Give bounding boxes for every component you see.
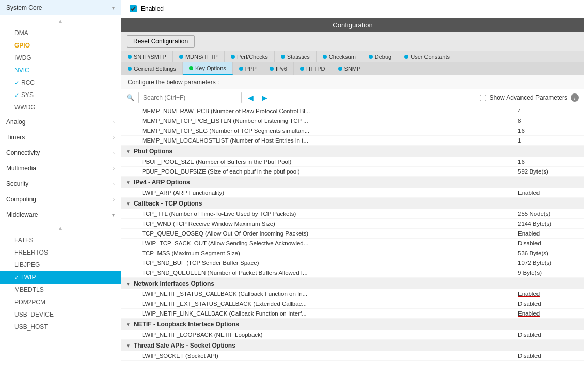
section-pbuf-options[interactable]: ▼ Pbuf Options xyxy=(121,146,584,157)
sidebar: System Core ▾ ▲ DMA GPIO IWDG NVIC ✓ RCC… xyxy=(0,0,121,392)
sidebar-sub-fatfs[interactable]: FATFS xyxy=(0,234,121,246)
dot-green-icon xyxy=(189,66,193,70)
dot-icon xyxy=(231,55,235,59)
tab-perf-checks[interactable]: Perf/Checks xyxy=(225,51,275,62)
sidebar-sub-sys[interactable]: ✓ SYS xyxy=(0,89,121,101)
sidebar-sub-usb-device[interactable]: USB_DEVICE xyxy=(0,308,121,321)
param-row: MEMP_NUM_TCP_SEG (Number of TCP Segments… xyxy=(121,126,584,136)
params-container: MEMP_NUM_RAW_PCB (Number of Raw Protocol… xyxy=(121,106,584,392)
param-row: LWIP_NETIF_STATUS_CALLBACK (Callback Fun… xyxy=(121,289,584,299)
chevron-right-icon: › xyxy=(113,181,115,187)
check-icon: ✓ xyxy=(14,92,19,99)
section-network-interfaces[interactable]: ▼ Network Interfaces Options xyxy=(121,278,584,289)
chevron-right-icon: › xyxy=(113,166,115,171)
param-row: MEMP_NUM_RAW_PCB (Number of Raw Protocol… xyxy=(121,106,584,116)
sidebar-sub-dma[interactable]: DMA xyxy=(0,27,121,39)
tab-sntp-smtp[interactable]: SNTP/SMTP xyxy=(121,51,173,62)
configure-label: Configure the below parameters : xyxy=(121,75,584,89)
sidebar-sub-wwdg[interactable]: WWDG xyxy=(0,101,121,114)
tab-httpd[interactable]: HTTPD xyxy=(294,62,332,75)
chevron-right-icon: › xyxy=(113,135,115,140)
sidebar-sub-pdm2pcm[interactable]: PDM2PCM xyxy=(0,296,121,308)
collapse-icon: ▼ xyxy=(125,343,131,349)
sidebar-item-multimedia[interactable]: Multimedia › xyxy=(0,161,121,176)
sidebar-separator: ▲ xyxy=(0,223,121,234)
info-icon[interactable]: i xyxy=(571,93,579,102)
dot-icon xyxy=(179,55,183,59)
tab-snmp[interactable]: SNMP xyxy=(332,62,368,75)
param-row: LWIP_NETIF_LOOPBACK (NETIF Loopback) Dis… xyxy=(121,330,584,340)
section-thread-safe[interactable]: ▼ Thread Safe APIs - Socket Options xyxy=(121,340,584,351)
param-row: TCP_SND_BUF (TCP Sender Buffer Space) 10… xyxy=(121,258,584,268)
section-netif-loopback[interactable]: ▼ NETIF - Loopback Interface Options xyxy=(121,319,584,330)
sidebar-label: Multimedia xyxy=(6,165,36,172)
show-advanced-container: Show Advanced Parameters i xyxy=(480,93,579,102)
show-advanced-checkbox[interactable] xyxy=(480,95,486,101)
param-row: TCP_WND (TCP Receive Window Maximum Size… xyxy=(121,219,584,229)
tab-ipv6[interactable]: IPv6 xyxy=(263,62,294,75)
sidebar-item-computing[interactable]: Computing › xyxy=(0,192,121,207)
check-icon: ✓ xyxy=(14,80,19,86)
sidebar-sub-libjpeg[interactable]: LIBJPEG xyxy=(0,259,121,271)
tab-key-options[interactable]: Key Options xyxy=(183,62,233,75)
collapse-icon: ▼ xyxy=(125,180,131,185)
sidebar-item-system-core[interactable]: System Core ▾ xyxy=(0,0,121,15)
sidebar-sub-iwdg[interactable]: IWDG xyxy=(0,52,121,64)
param-row: LWIP_NETIF_LINK_CALLBACK (Callback Funct… xyxy=(121,309,584,319)
dot-icon xyxy=(281,55,285,59)
show-advanced-label: Show Advanced Parameters xyxy=(490,94,567,101)
tab-mdns-tftp[interactable]: MDNS/TFTP xyxy=(173,51,225,62)
dot-icon xyxy=(239,67,243,71)
param-row: TCP_MSS (Maximum Segment Size) 536 Byte(… xyxy=(121,248,584,258)
sidebar-sub-freertos[interactable]: FREERTOS xyxy=(0,246,121,259)
nav-next-button[interactable]: ▶ xyxy=(260,92,270,103)
check-icon: ✓ xyxy=(14,274,19,281)
tab-general-settings[interactable]: General Settings xyxy=(121,62,183,75)
section-callback-tcp[interactable]: ▼ Callback - TCP Options xyxy=(121,198,584,209)
sidebar-sub-gpio[interactable]: GPIO xyxy=(0,39,121,52)
sidebar-item-analog[interactable]: Analog › xyxy=(0,114,121,130)
chevron-down-icon: ▾ xyxy=(112,212,115,218)
config-header: Configuration xyxy=(121,18,584,32)
section-ipv4-arp[interactable]: ▼ IPv4 - ARP Options xyxy=(121,177,584,188)
tab-ppp[interactable]: PPP xyxy=(233,62,263,75)
sidebar-sub-rcc[interactable]: ✓ RCC xyxy=(0,76,121,89)
enabled-label: Enabled xyxy=(141,5,164,12)
sidebar-item-connectivity[interactable]: Connectivity › xyxy=(0,145,121,161)
collapse-icon: ▼ xyxy=(125,201,131,207)
search-bar: 🔍 ◀ ▶ Show Advanced Parameters i xyxy=(121,89,584,106)
main-content: Enabled Configuration Reset Configuratio… xyxy=(121,0,584,392)
param-row: MEMP_NUM_TCP_PCB_LISTEN (Number of Liste… xyxy=(121,116,584,126)
tab-statistics[interactable]: Statistics xyxy=(275,51,317,62)
sidebar-sub-lwip[interactable]: ✓ LWIP xyxy=(0,271,121,284)
sidebar-sub-nvic[interactable]: NVIC xyxy=(0,64,121,76)
search-icon: 🔍 xyxy=(127,94,134,101)
sidebar-label: Timers xyxy=(6,134,25,141)
dot-icon xyxy=(338,67,342,71)
enabled-checkbox[interactable] xyxy=(130,5,137,12)
sidebar-label: Security xyxy=(6,180,28,187)
sidebar-sub-mbedtls[interactable]: MBEDTLS xyxy=(0,284,121,296)
param-row: PBUF_POOL_SIZE (Number of Buffers in the… xyxy=(121,157,584,167)
collapse-icon: ▼ xyxy=(125,149,131,154)
param-row: LWIP_NETIF_EXT_STATUS_CALLBACK (Extended… xyxy=(121,299,584,309)
tab-debug[interactable]: Debug xyxy=(362,51,398,62)
param-row: PBUF_POOL_BUFSIZE (Size of each pbuf in … xyxy=(121,167,584,177)
param-row: LWIP_SOCKET (Socket API) Disabled xyxy=(121,351,584,361)
search-input[interactable] xyxy=(138,92,242,103)
dot-icon xyxy=(270,67,274,71)
collapse-icon: ▼ xyxy=(125,281,131,287)
chevron-right-icon: › xyxy=(113,119,115,125)
sidebar-sub-usb-host[interactable]: USB_HOST xyxy=(0,321,121,333)
nav-prev-button[interactable]: ◀ xyxy=(246,92,256,103)
collapse-icon: ▼ xyxy=(125,322,131,327)
tab-checksum[interactable]: Checksum xyxy=(317,51,362,62)
enabled-bar: Enabled xyxy=(121,0,584,18)
tabs-row1: SNTP/SMTP MDNS/TFTP Perf/Checks Statisti… xyxy=(121,51,584,75)
sidebar-item-security[interactable]: Security › xyxy=(0,176,121,192)
sidebar-item-timers[interactable]: Timers › xyxy=(0,130,121,145)
tab-user-constants[interactable]: User Constants xyxy=(398,51,456,62)
dot-icon xyxy=(128,67,132,71)
sidebar-item-middleware[interactable]: Middleware ▾ xyxy=(0,207,121,223)
reset-configuration-button[interactable]: Reset Configuration xyxy=(127,35,195,48)
